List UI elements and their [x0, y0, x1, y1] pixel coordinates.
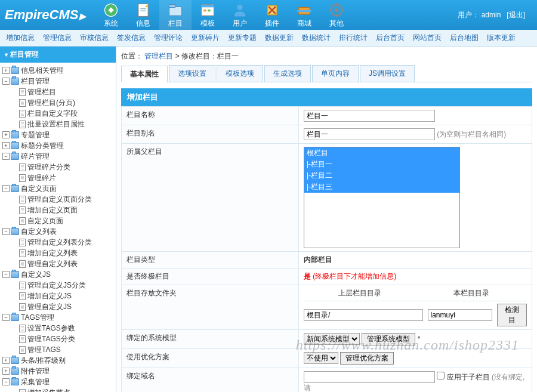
tree-toggle-icon[interactable]: − [2, 185, 10, 192]
file-icon [19, 163, 26, 171]
alias-input[interactable] [304, 128, 435, 140]
subnav-签发信息[interactable]: 签发信息 [117, 33, 146, 43]
check-folder-button[interactable]: 检测目 [497, 304, 527, 326]
tree-item[interactable]: 增加自定义JS [1, 291, 115, 301]
nav-商城[interactable]: 商城 [288, 0, 320, 31]
folder-name-input[interactable] [428, 309, 492, 321]
subnav-审核信息[interactable]: 审核信息 [80, 33, 109, 43]
breadcrumb-link[interactable]: 管理栏目 [144, 52, 173, 60]
subnav-管理评论[interactable]: 管理评论 [154, 33, 183, 43]
tree-item[interactable]: −TAGS管理 [1, 312, 115, 323]
subnav-版本更新[interactable]: 版本更新 [487, 33, 516, 43]
subnav-数据统计[interactable]: 数据统计 [302, 33, 331, 43]
tree-item[interactable]: 管理自定义列表分类 [1, 237, 115, 248]
nav-系统[interactable]: 系统 [95, 0, 127, 31]
user-link[interactable]: admin [482, 11, 501, 19]
tree-item[interactable]: 管理自定义JS [1, 301, 115, 312]
tree-item[interactable]: 增加自定义列表 [1, 248, 115, 258]
manage-model-button[interactable]: 管理系统模型 [362, 333, 415, 345]
subnav-更新专题[interactable]: 更新专题 [228, 33, 257, 43]
tree-toggle-icon[interactable]: − [2, 378, 10, 385]
logout-link[interactable]: [退出] [507, 11, 525, 19]
tree-toggle-icon[interactable]: + [2, 131, 10, 138]
tree-item[interactable]: 管理碎片分类 [1, 162, 115, 172]
tree-toggle-icon[interactable]: − [2, 228, 10, 235]
tree-toggle-icon[interactable]: + [2, 142, 10, 149]
file-icon [19, 303, 26, 311]
tree-item[interactable]: 管理自定义页面分类 [1, 194, 115, 205]
tree-item[interactable]: −采集管理 [1, 376, 115, 387]
nav-用户[interactable]: 用户 [224, 0, 256, 31]
tree-item[interactable]: 管理自定义列表 [1, 258, 115, 269]
tab-JS调用设置[interactable]: JS调用设置 [360, 65, 415, 82]
type-label: 栏目类型 [122, 252, 299, 268]
name-label: 栏目名称 [122, 107, 299, 125]
subnav-增加信息[interactable]: 增加信息 [6, 33, 35, 43]
tree-toggle-icon[interactable]: − [2, 271, 10, 278]
tree-toggle-icon[interactable]: + [2, 368, 10, 375]
tree-item[interactable]: −栏目管理 [1, 76, 115, 87]
tree-item[interactable]: +附件管理 [1, 366, 115, 376]
tab-单页内容[interactable]: 单页内容 [312, 65, 359, 82]
tab-选项设置[interactable]: 选项设置 [169, 65, 215, 82]
opt-select[interactable]: 不使用 [304, 352, 338, 364]
tree-item[interactable]: 自定义页面 [1, 215, 115, 226]
tree-item[interactable]: 增加采集节点 [1, 387, 115, 392]
tree-item[interactable]: +头条/推荐级别 [1, 355, 115, 366]
manage-opt-button[interactable]: 管理优化方案 [340, 352, 394, 365]
tree-toggle-icon[interactable]: − [2, 153, 10, 160]
parent-listbox[interactable]: 根栏目|-栏目一|-栏目二|-栏目三 [304, 147, 460, 248]
parent-option[interactable]: |-栏目一 [304, 159, 459, 170]
nav-栏目[interactable]: 栏目 [159, 0, 192, 31]
tree-item[interactable]: −自定义页面 [1, 183, 115, 194]
name-input[interactable] [304, 110, 435, 122]
nav-模板[interactable]: 模板 [192, 0, 224, 31]
model-select[interactable]: 新闻系统模型 [304, 333, 360, 345]
tree-item[interactable]: 增加自定义页面 [1, 205, 115, 215]
subnav-更新碎片[interactable]: 更新碎片 [191, 33, 220, 43]
opt-label: 使用优化方案 [122, 349, 299, 368]
tree-item[interactable]: −碎片管理 [1, 151, 115, 162]
tree-item[interactable]: 栏目自定义字段 [1, 108, 115, 119]
subnav-后台首页[interactable]: 后台首页 [376, 33, 405, 43]
subnav-网站首页[interactable]: 网站首页 [413, 33, 442, 43]
parent-option[interactable]: |-栏目二 [304, 170, 459, 181]
nav-插件[interactable]: 插件 [256, 0, 288, 31]
tab-基本属性[interactable]: 基本属性 [121, 66, 168, 82]
svg-point-10 [237, 4, 243, 10]
subnav-后台地图[interactable]: 后台地图 [450, 33, 479, 43]
domain-apply-checkbox[interactable] [437, 372, 445, 379]
domain-input[interactable] [304, 371, 435, 383]
tree-item[interactable]: −自定义列表 [1, 226, 115, 237]
tab-生成选项[interactable]: 生成选项 [264, 65, 311, 82]
tree-toggle-icon[interactable]: − [2, 78, 10, 85]
nav-信息[interactable]: 信息 [127, 0, 159, 31]
tree-toggle-icon[interactable]: + [2, 67, 10, 74]
tree-item[interactable]: +标题分类管理 [1, 140, 115, 151]
breadcrumb: 位置： 管理栏目 > 修改栏目：栏目一 [121, 50, 532, 65]
parent-option[interactable]: |-栏目三 [304, 181, 459, 193]
tree-item[interactable]: 管理自定义JS分类 [1, 280, 115, 291]
parent-option[interactable]: 根栏目 [304, 147, 459, 159]
tree-toggle-icon[interactable]: + [2, 357, 10, 364]
subnav-排行统计[interactable]: 排行统计 [339, 33, 368, 43]
tree-item[interactable]: 管理碎片 [1, 172, 115, 183]
subnav-管理信息[interactable]: 管理信息 [43, 33, 72, 43]
tree-item[interactable]: 管理TAGS分类 [1, 334, 115, 344]
tree-item[interactable]: 管理栏目(分页) [1, 97, 115, 108]
tree-item[interactable]: 设置TAGS参数 [1, 323, 115, 334]
subnav-数据更新[interactable]: 数据更新 [265, 33, 294, 43]
tree-toggle-icon[interactable]: − [2, 314, 10, 321]
tree-item[interactable]: −自定义JS [1, 269, 115, 280]
tree-item[interactable]: +专题管理 [1, 129, 115, 140]
file-icon [19, 389, 26, 393]
tree-item[interactable]: +信息相关管理 [1, 65, 115, 76]
tree-item[interactable]: 管理栏目 [1, 87, 115, 97]
nav-其他[interactable]: 其他 [320, 0, 353, 31]
folder-parent-input[interactable] [304, 309, 423, 321]
tab-模板选项[interactable]: 模板选项 [217, 65, 263, 82]
folder-icon [11, 153, 19, 160]
tree-item[interactable]: 批量设置栏目属性 [1, 119, 115, 129]
tree-item[interactable]: 管理TAGS [1, 344, 115, 355]
file-icon [19, 335, 26, 343]
